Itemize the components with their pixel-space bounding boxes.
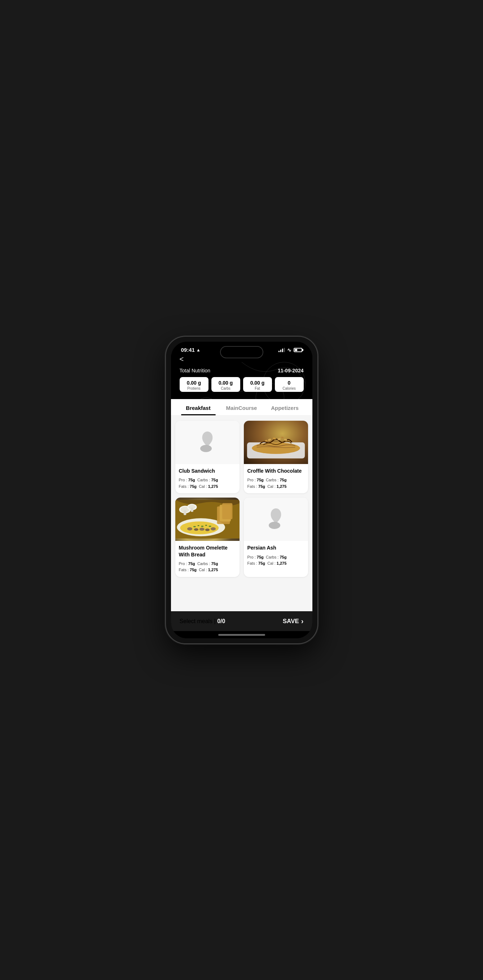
- svg-point-3: [200, 445, 212, 452]
- nutrition-box-fat: 0.00 g Fat: [243, 377, 272, 392]
- time-display: 09:41 ▲: [181, 347, 200, 353]
- nutrition-box-protein: 0.00 g Protiens: [180, 377, 208, 392]
- menu-card-mushroom[interactable]: Mushroom Omelette With Bread Pro : 75g C…: [175, 498, 240, 577]
- card-info-2: Croffle With Chocolate Pro : 75g Carbs :…: [244, 464, 308, 493]
- protein-label: Protiens: [182, 387, 207, 390]
- svg-point-21: [194, 528, 198, 531]
- location-icon: ▲: [196, 347, 200, 353]
- card-name-1: Club Sandwich: [179, 468, 236, 474]
- fat-value: 0.00 g: [245, 380, 270, 386]
- tab-maincourse[interactable]: MainCourse: [220, 399, 263, 415]
- dynamic-island: [220, 346, 263, 358]
- save-button[interactable]: SAVE ›: [283, 617, 304, 625]
- battery-icon: [294, 348, 302, 352]
- nutrition-date: 11-09-2024: [278, 368, 304, 374]
- card-image-croffle: [244, 421, 308, 464]
- carbs-value: 0.00 g: [213, 380, 238, 386]
- card-image-mushroom: [175, 498, 240, 541]
- card-placeholder-1: [175, 421, 240, 464]
- menu-card-persian-ash[interactable]: Persian Ash Pro : 75g Carbs : 75g Fats :…: [244, 498, 308, 577]
- svg-point-6: [268, 438, 271, 441]
- nutrition-header-row: Total Nutrition 11-09-2024: [180, 368, 304, 374]
- card-info-4: Persian Ash Pro : 75g Carbs : 75g Fats :…: [244, 541, 308, 570]
- svg-rect-32: [184, 510, 186, 515]
- card-name-3: Mushroom Omelette With Bread: [179, 544, 236, 557]
- fat-label: Fat: [245, 387, 270, 390]
- bottom-bar: Select meals | 0/0 SAVE ›: [171, 611, 312, 631]
- tabs-row: Breakfast MainCourse Appetizers: [171, 399, 312, 416]
- save-label: SAVE: [283, 618, 299, 625]
- nutrition-box-carbs: 0.00 g Carbs: [211, 377, 240, 392]
- card-name-2: Croffle With Chocolate: [248, 468, 305, 474]
- tab-breakfast[interactable]: Breakfast: [177, 399, 220, 415]
- card-macros-4: Pro : 75g Carbs : 75g Fats : 75g Cal : 1…: [248, 554, 305, 567]
- menu-grid: Club Sandwich Pro : 75g Carbs : 75g Fats…: [171, 416, 312, 582]
- select-meals-info: Select meals | 0/0: [180, 618, 226, 625]
- svg-point-9: [281, 437, 283, 439]
- home-indicator: [171, 631, 312, 638]
- svg-point-18: [205, 525, 207, 526]
- svg-point-20: [187, 528, 192, 531]
- app-logo-placeholder-1: [197, 430, 218, 455]
- svg-point-16: [197, 525, 199, 527]
- svg-point-5: [252, 442, 300, 454]
- svg-point-24: [210, 528, 215, 531]
- card-info-3: Mushroom Omelette With Bread Pro : 75g C…: [175, 541, 240, 577]
- card-name-4: Persian Ash: [248, 544, 305, 551]
- header-area: < Menu Total Nutrition 11-09-2024 0.00 g…: [171, 355, 312, 399]
- menu-card-croffle[interactable]: Croffle With Chocolate Pro : 75g Carbs :…: [244, 421, 308, 493]
- svg-point-22: [199, 528, 204, 531]
- svg-rect-33: [191, 508, 193, 512]
- select-meals-label: Select meals |: [180, 618, 218, 624]
- svg-point-34: [269, 522, 280, 529]
- svg-point-15: [193, 526, 195, 528]
- svg-rect-27: [222, 503, 232, 520]
- signal-icon: [278, 348, 285, 352]
- time-text: 09:41: [181, 347, 195, 353]
- nutrition-box-calories: 0 Calories: [275, 377, 304, 392]
- main-content: Breakfast MainCourse Appetizers: [171, 399, 312, 611]
- back-button[interactable]: <: [180, 355, 184, 363]
- svg-point-23: [205, 528, 209, 531]
- card-info-1: Club Sandwich Pro : 75g Carbs : 75g Fats…: [175, 464, 240, 493]
- svg-point-10: [265, 440, 267, 442]
- protein-value: 0.00 g: [182, 380, 207, 386]
- svg-point-19: [208, 526, 211, 527]
- wifi-icon: ∿: [287, 347, 291, 353]
- carbs-label: Carbs: [213, 387, 238, 390]
- calories-label: Calories: [277, 387, 302, 390]
- menu-card-club-sandwich[interactable]: Club Sandwich Pro : 75g Carbs : 75g Fats…: [175, 421, 240, 493]
- home-bar: [218, 634, 265, 636]
- nutrition-label: Total Nutrition: [180, 368, 211, 374]
- tab-appetizers[interactable]: Appetizers: [263, 399, 307, 415]
- card-macros-1: Pro : 75g Carbs : 75g Fats : 75g Cal : 1…: [179, 477, 236, 490]
- nutrition-boxes: 0.00 g Protiens 0.00 g Carbs 0.00 g Fat …: [180, 377, 304, 392]
- app-logo-placeholder-4: [265, 507, 287, 532]
- card-placeholder-4: [244, 498, 308, 541]
- chevron-right-icon: ›: [301, 617, 304, 625]
- card-macros-2: Pro : 75g Carbs : 75g Fats : 75g Cal : 1…: [248, 477, 305, 490]
- meal-count: 0/0: [217, 618, 225, 624]
- status-icons: ∿: [278, 347, 302, 353]
- card-macros-3: Pro : 75g Carbs : 75g Fats : 75g Cal : 1…: [179, 561, 236, 573]
- calories-value: 0: [277, 380, 302, 386]
- svg-point-17: [201, 526, 203, 527]
